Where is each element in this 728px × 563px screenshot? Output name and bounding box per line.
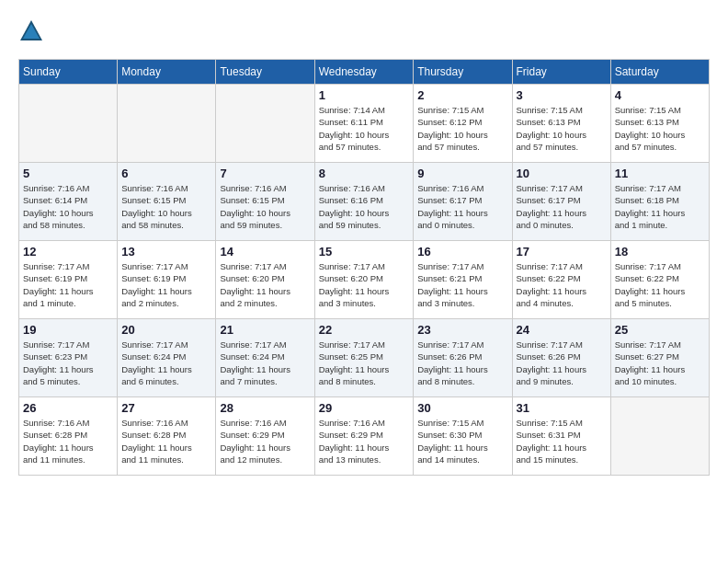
day-info: Sunrise: 7:16 AM Sunset: 6:15 PM Dayligh… [121, 182, 211, 231]
calendar-cell: 18Sunrise: 7:17 AM Sunset: 6:22 PM Dayli… [610, 241, 709, 319]
weekday-tuesday: Tuesday [216, 60, 314, 85]
calendar-cell: 19Sunrise: 7:17 AM Sunset: 6:23 PM Dayli… [19, 319, 118, 397]
day-info: Sunrise: 7:16 AM Sunset: 6:29 PM Dayligh… [220, 417, 310, 465]
calendar-cell: 15Sunrise: 7:17 AM Sunset: 6:20 PM Dayli… [314, 241, 414, 319]
logo-icon [18, 18, 44, 44]
day-info: Sunrise: 7:17 AM Sunset: 6:19 PM Dayligh… [23, 260, 113, 309]
day-info: Sunrise: 7:16 AM Sunset: 6:16 PM Dayligh… [319, 182, 410, 231]
day-info: Sunrise: 7:16 AM Sunset: 6:14 PM Dayligh… [23, 182, 113, 231]
day-number: 31 [517, 401, 607, 415]
calendar-cell: 30Sunrise: 7:15 AM Sunset: 6:30 PM Dayli… [414, 397, 512, 476]
calendar-cell: 23Sunrise: 7:17 AM Sunset: 6:26 PM Dayli… [414, 319, 512, 397]
calendar-week-row: 12Sunrise: 7:17 AM Sunset: 6:19 PM Dayli… [19, 241, 710, 319]
calendar-cell: 16Sunrise: 7:17 AM Sunset: 6:21 PM Dayli… [414, 241, 512, 319]
day-info: Sunrise: 7:14 AM Sunset: 6:11 PM Dayligh… [319, 104, 410, 153]
calendar-cell: 21Sunrise: 7:17 AM Sunset: 6:24 PM Dayli… [216, 319, 314, 397]
day-info: Sunrise: 7:17 AM Sunset: 6:23 PM Dayligh… [23, 339, 113, 387]
day-number: 15 [319, 245, 410, 259]
day-number: 5 [23, 167, 113, 180]
day-number: 19 [23, 323, 113, 337]
calendar-cell: 14Sunrise: 7:17 AM Sunset: 6:20 PM Dayli… [216, 241, 314, 319]
calendar-cell: 3Sunrise: 7:15 AM Sunset: 6:13 PM Daylig… [512, 85, 610, 163]
calendar-week-row: 19Sunrise: 7:17 AM Sunset: 6:23 PM Dayli… [19, 319, 710, 397]
day-number: 6 [121, 167, 211, 180]
day-info: Sunrise: 7:15 AM Sunset: 6:30 PM Dayligh… [417, 417, 507, 465]
page: SundayMondayTuesdayWednesdayThursdayFrid… [0, 0, 728, 485]
calendar-cell: 13Sunrise: 7:17 AM Sunset: 6:19 PM Dayli… [118, 241, 216, 319]
calendar-cell: 20Sunrise: 7:17 AM Sunset: 6:24 PM Dayli… [118, 319, 216, 397]
day-number: 17 [517, 245, 607, 259]
day-info: Sunrise: 7:15 AM Sunset: 6:31 PM Dayligh… [517, 417, 607, 465]
weekday-monday: Monday [118, 60, 216, 85]
day-info: Sunrise: 7:17 AM Sunset: 6:18 PM Dayligh… [615, 182, 705, 231]
calendar-cell: 29Sunrise: 7:16 AM Sunset: 6:29 PM Dayli… [314, 397, 414, 476]
day-info: Sunrise: 7:17 AM Sunset: 6:17 PM Dayligh… [517, 182, 607, 231]
day-info: Sunrise: 7:17 AM Sunset: 6:26 PM Dayligh… [517, 339, 607, 387]
day-number: 30 [417, 401, 507, 415]
day-info: Sunrise: 7:17 AM Sunset: 6:22 PM Dayligh… [615, 260, 705, 309]
day-info: Sunrise: 7:17 AM Sunset: 6:27 PM Dayligh… [615, 339, 705, 387]
day-number: 9 [417, 167, 507, 180]
calendar-cell [118, 85, 216, 163]
header [18, 18, 710, 44]
day-info: Sunrise: 7:17 AM Sunset: 6:25 PM Dayligh… [319, 339, 410, 387]
calendar-cell [610, 397, 709, 476]
calendar-cell: 22Sunrise: 7:17 AM Sunset: 6:25 PM Dayli… [314, 319, 414, 397]
calendar-cell [216, 85, 314, 163]
day-info: Sunrise: 7:16 AM Sunset: 6:28 PM Dayligh… [23, 417, 113, 465]
weekday-friday: Friday [512, 60, 610, 85]
calendar-cell: 7Sunrise: 7:16 AM Sunset: 6:15 PM Daylig… [216, 163, 314, 241]
logo [18, 18, 48, 44]
calendar-cell: 9Sunrise: 7:16 AM Sunset: 6:17 PM Daylig… [414, 163, 512, 241]
calendar-cell: 31Sunrise: 7:15 AM Sunset: 6:31 PM Dayli… [512, 397, 610, 476]
day-info: Sunrise: 7:17 AM Sunset: 6:26 PM Dayligh… [417, 339, 507, 387]
calendar-cell: 10Sunrise: 7:17 AM Sunset: 6:17 PM Dayli… [512, 163, 610, 241]
day-info: Sunrise: 7:17 AM Sunset: 6:20 PM Dayligh… [220, 260, 310, 309]
day-info: Sunrise: 7:16 AM Sunset: 6:17 PM Dayligh… [417, 182, 507, 231]
day-info: Sunrise: 7:15 AM Sunset: 6:13 PM Dayligh… [517, 104, 607, 153]
day-info: Sunrise: 7:17 AM Sunset: 6:24 PM Dayligh… [220, 339, 310, 387]
day-info: Sunrise: 7:15 AM Sunset: 6:12 PM Dayligh… [417, 104, 507, 153]
day-number: 20 [121, 323, 211, 337]
day-number: 29 [319, 401, 410, 415]
day-number: 7 [220, 167, 310, 180]
calendar-cell: 6Sunrise: 7:16 AM Sunset: 6:15 PM Daylig… [118, 163, 216, 241]
day-info: Sunrise: 7:17 AM Sunset: 6:21 PM Dayligh… [417, 260, 507, 309]
day-number: 12 [23, 245, 113, 259]
day-number: 11 [615, 167, 705, 180]
day-number: 26 [23, 401, 113, 415]
calendar-week-row: 26Sunrise: 7:16 AM Sunset: 6:28 PM Dayli… [19, 397, 710, 476]
day-info: Sunrise: 7:17 AM Sunset: 6:20 PM Dayligh… [319, 260, 410, 309]
day-info: Sunrise: 7:15 AM Sunset: 6:13 PM Dayligh… [615, 104, 705, 153]
day-number: 21 [220, 323, 310, 337]
weekday-thursday: Thursday [414, 60, 512, 85]
calendar-cell: 24Sunrise: 7:17 AM Sunset: 6:26 PM Dayli… [512, 319, 610, 397]
day-info: Sunrise: 7:16 AM Sunset: 6:28 PM Dayligh… [121, 417, 211, 465]
calendar-cell: 11Sunrise: 7:17 AM Sunset: 6:18 PM Dayli… [610, 163, 709, 241]
day-number: 24 [517, 323, 607, 337]
calendar-week-row: 1Sunrise: 7:14 AM Sunset: 6:11 PM Daylig… [19, 85, 710, 163]
calendar-cell: 4Sunrise: 7:15 AM Sunset: 6:13 PM Daylig… [610, 85, 709, 163]
weekday-wednesday: Wednesday [314, 60, 414, 85]
day-number: 28 [220, 401, 310, 415]
day-number: 1 [319, 88, 410, 102]
weekday-header-row: SundayMondayTuesdayWednesdayThursdayFrid… [19, 60, 710, 85]
day-info: Sunrise: 7:16 AM Sunset: 6:29 PM Dayligh… [319, 417, 410, 465]
calendar-cell: 5Sunrise: 7:16 AM Sunset: 6:14 PM Daylig… [19, 163, 118, 241]
day-number: 22 [319, 323, 410, 337]
day-number: 27 [121, 401, 211, 415]
calendar-cell: 17Sunrise: 7:17 AM Sunset: 6:22 PM Dayli… [512, 241, 610, 319]
day-info: Sunrise: 7:16 AM Sunset: 6:15 PM Dayligh… [220, 182, 310, 231]
calendar-week-row: 5Sunrise: 7:16 AM Sunset: 6:14 PM Daylig… [19, 163, 710, 241]
calendar-cell: 27Sunrise: 7:16 AM Sunset: 6:28 PM Dayli… [118, 397, 216, 476]
day-number: 25 [615, 323, 705, 337]
calendar-cell: 28Sunrise: 7:16 AM Sunset: 6:29 PM Dayli… [216, 397, 314, 476]
day-number: 14 [220, 245, 310, 259]
day-number: 3 [517, 88, 607, 102]
calendar-cell: 12Sunrise: 7:17 AM Sunset: 6:19 PM Dayli… [19, 241, 118, 319]
weekday-saturday: Saturday [610, 60, 709, 85]
day-info: Sunrise: 7:17 AM Sunset: 6:19 PM Dayligh… [121, 260, 211, 309]
day-info: Sunrise: 7:17 AM Sunset: 6:22 PM Dayligh… [517, 260, 607, 309]
calendar-cell: 26Sunrise: 7:16 AM Sunset: 6:28 PM Dayli… [19, 397, 118, 476]
day-number: 10 [517, 167, 607, 180]
